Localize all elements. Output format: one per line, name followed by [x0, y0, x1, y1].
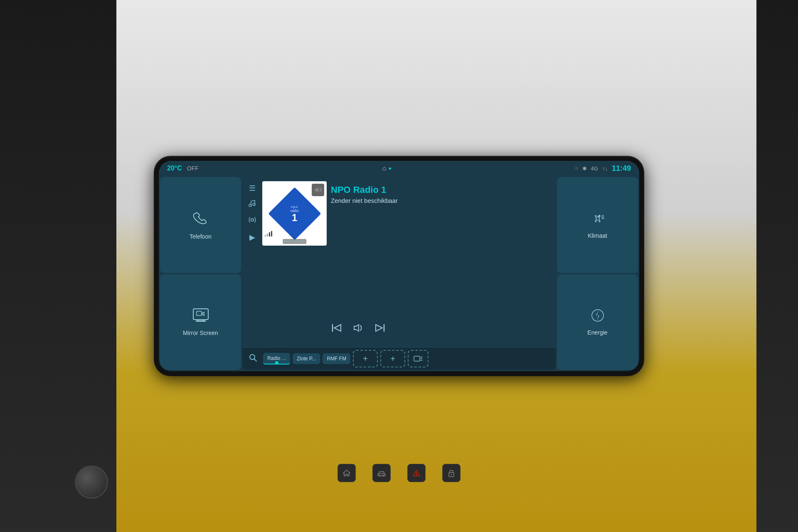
station-name: NPO Radio 1	[331, 185, 552, 195]
energie-label: Energie	[587, 329, 607, 336]
preset-radio1[interactable]: Radio ...	[263, 353, 290, 365]
button-row-2	[407, 464, 461, 482]
telefoon-label: Telefoon	[190, 233, 212, 240]
status-left: 20°C OFF	[167, 165, 199, 172]
chevron-right-icon[interactable]: ▶	[249, 233, 255, 242]
svg-line-13	[254, 359, 256, 361]
temperature-display: 20°C	[167, 165, 182, 172]
svg-rect-14	[414, 356, 420, 361]
ac-status: OFF	[187, 165, 199, 172]
svg-point-7	[251, 219, 254, 221]
radio-antenna-icon[interactable]	[249, 216, 256, 226]
dash-left-panel	[0, 0, 116, 532]
left-panel: Telefoon	[160, 177, 241, 370]
klimaat-label: Klimaat	[588, 232, 607, 239]
home-physical-button[interactable]	[337, 464, 356, 482]
status-center: ⌂	[382, 165, 391, 172]
status-right: ✱ 4G ↑↓ 11:49	[575, 164, 631, 173]
svg-point-29	[451, 474, 452, 475]
svg-point-25	[383, 475, 384, 476]
media-sidebar: ☰	[246, 181, 258, 343]
bluetooth-icon: ✱	[582, 165, 587, 172]
clock-display: 11:49	[612, 164, 631, 173]
klimaat-tile[interactable]: Klimaat	[557, 177, 638, 273]
hazard-physical-button[interactable]	[407, 464, 426, 482]
svg-point-12	[250, 355, 255, 360]
svg-rect-4	[197, 311, 202, 315]
center-panel: ☰	[242, 177, 556, 370]
volume-knob[interactable]	[75, 466, 108, 499]
svg-point-22	[592, 310, 603, 321]
car-dashboard: 20°C OFF ⌂ ✱ 4G ↑↓ 11:49	[0, 0, 798, 532]
volume-button[interactable]	[352, 322, 364, 336]
mirror-screen-icon	[192, 308, 209, 326]
right-panel: Klimaat Energie	[557, 177, 638, 370]
main-content: Telefoon	[159, 176, 639, 371]
album-art-container: npo radio 1	[262, 181, 327, 246]
status-bar: 20°C OFF ⌂ ✱ 4G ↑↓ 11:49	[159, 161, 639, 176]
lock-physical-button[interactable]	[442, 464, 461, 482]
signal-icon: ↑↓	[602, 165, 608, 172]
camera-dot	[575, 167, 578, 170]
station-status: Zender niet beschikbaar	[331, 197, 552, 204]
svg-rect-1	[196, 320, 206, 322]
station-info-top: NPO Radio 1 Zender niet beschikbaar	[331, 185, 552, 319]
button-row-1	[337, 464, 391, 482]
playback-controls	[331, 319, 552, 340]
mirror-screen-label: Mirror Screen	[183, 330, 218, 336]
home-status-icon: ⌂	[382, 165, 387, 172]
svg-point-27	[416, 475, 417, 475]
svg-point-18	[596, 217, 599, 220]
active-indicator	[389, 167, 391, 170]
add-preset-1-button[interactable]: +	[353, 350, 378, 367]
mirror-screen-tile[interactable]: Mirror Screen	[160, 274, 241, 370]
prev-track-button[interactable]	[331, 322, 342, 336]
preset-rmf[interactable]: RMF FM	[323, 353, 350, 364]
station-presets-bar: Radio ... Zlote P... RMF FM	[242, 347, 556, 370]
telefoon-tile[interactable]: Telefoon	[160, 177, 241, 273]
svg-point-24	[379, 475, 380, 476]
station-info: NPO Radio 1 Zender niet beschikbaar	[331, 181, 552, 343]
media-top: ☰	[242, 177, 556, 347]
svg-rect-0	[193, 309, 208, 320]
mute-icon[interactable]	[312, 184, 324, 196]
media-library-button[interactable]	[408, 350, 429, 367]
klimaat-icon	[590, 211, 605, 229]
energie-tile[interactable]: Energie	[557, 274, 638, 370]
search-button[interactable]	[246, 352, 261, 366]
infotainment-screen: 20°C OFF ⌂ ✱ 4G ↑↓ 11:49	[159, 161, 639, 371]
active-preset-dot	[275, 361, 278, 365]
menu-icon[interactable]: ☰	[249, 184, 256, 193]
svg-line-19	[602, 215, 603, 216]
dash-right-panel	[756, 0, 798, 532]
car-physical-button[interactable]	[372, 464, 391, 482]
add-preset-2-button[interactable]: +	[380, 350, 405, 367]
fm-dab-label: FM ⟶ DAB	[283, 239, 307, 244]
svg-line-20	[602, 217, 604, 217]
music-note-icon[interactable]	[248, 200, 256, 209]
network-icon: 4G	[591, 165, 598, 172]
physical-buttons	[337, 464, 461, 482]
screen-bezel: 20°C OFF ⌂ ✱ 4G ↑↓ 11:49	[154, 156, 644, 376]
next-track-button[interactable]	[374, 322, 386, 336]
phone-icon	[192, 210, 209, 230]
preset-zlote[interactable]: Zlote P...	[293, 353, 320, 364]
energie-icon	[590, 308, 605, 326]
